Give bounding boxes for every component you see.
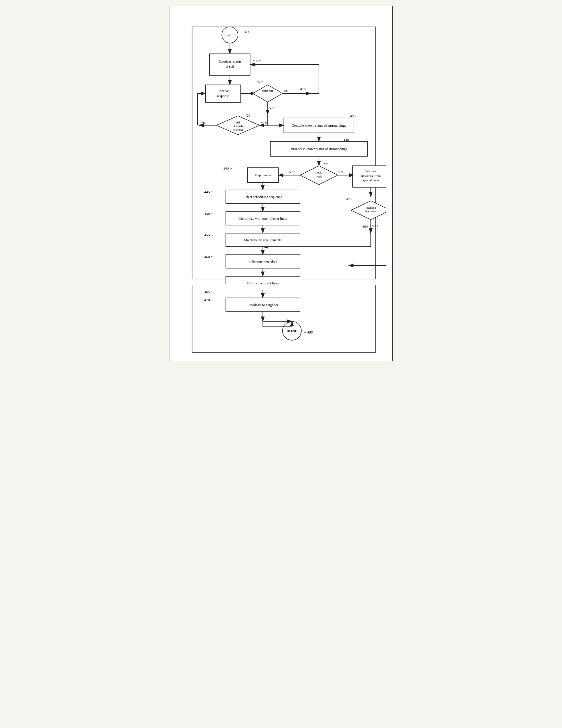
receive-response-node bbox=[205, 85, 240, 102]
match-traffic-id: 455 ~ bbox=[204, 233, 213, 237]
broadcast-known-id: 430 bbox=[343, 137, 349, 142]
map-cluster-label: Map cluster bbox=[254, 173, 271, 177]
included-cluster-yes-label: YES bbox=[372, 224, 378, 228]
all-channels-label-1: All bbox=[236, 121, 240, 124]
special-node-no-label: NO bbox=[338, 170, 343, 174]
timeout-yes-label: YES bbox=[269, 106, 275, 110]
compile-known-id: 425 bbox=[350, 114, 356, 118]
timeout-node bbox=[252, 85, 282, 102]
startup-id: 400 bbox=[244, 30, 250, 34]
broadcast-neighbor-id: 470 ~ bbox=[204, 298, 213, 302]
all-channels-yes-label: YES bbox=[261, 121, 267, 125]
included-cluster-label-1: included bbox=[366, 206, 376, 209]
wait-broadcast-label-2: Broadcast from bbox=[361, 174, 381, 177]
broadcast-self-label-2: of self bbox=[225, 65, 234, 69]
special-node-id: 435 bbox=[323, 161, 329, 166]
map-cluster-id: 440 ~ bbox=[223, 166, 232, 171]
substitute-time-id: 460 ~ bbox=[204, 255, 213, 259]
coordinate-id: 450 ~ bbox=[204, 212, 213, 216]
timeout-no-label: NO bbox=[284, 89, 288, 92]
flowchart-svg: Startup 400 Broadcast status of self ~ 4… bbox=[176, 12, 386, 284]
all-channels-label-2: channels bbox=[232, 125, 243, 128]
special-node-label-2: node bbox=[316, 175, 322, 178]
substitute-time-label: Substitute time slots bbox=[248, 260, 277, 264]
included-cluster-id: 475 bbox=[346, 197, 352, 201]
done-id: ~ 485 bbox=[304, 330, 313, 334]
all-channels-id: 420 bbox=[244, 113, 250, 117]
label-415: 415 bbox=[300, 87, 306, 91]
broadcast-known-label: Broadcast known status of surroundings bbox=[291, 147, 347, 151]
compile-known-label: Compile known status of surroundings bbox=[292, 123, 346, 127]
wait-broadcast-label-1: Wait for bbox=[365, 169, 376, 173]
receive-response-label-1: Receive bbox=[217, 89, 229, 93]
special-node-label-1: special bbox=[314, 171, 323, 174]
broadcast-self-id: ~ 405 bbox=[252, 59, 261, 63]
flowchart-page: Startup 400 Broadcast status of self ~ 4… bbox=[170, 6, 393, 361]
select-scheduling-label: Select scheduling sequence bbox=[243, 195, 282, 199]
timeout-id: 410 bbox=[257, 79, 262, 84]
match-traffic-label: Match traffic requirements bbox=[244, 238, 282, 242]
receive-response-label-2: response bbox=[217, 94, 229, 98]
timeout-label: timeout bbox=[262, 89, 273, 93]
coordinate-label: Coordinate with inter-cluster links bbox=[238, 217, 287, 221]
svg-rect-22 bbox=[192, 285, 376, 352]
fill-concurrent-label: Fill in concurrent links bbox=[246, 281, 278, 284]
all-channels-no-label: NO bbox=[201, 121, 206, 125]
label-480: 480 bbox=[362, 224, 368, 229]
fill-concurrent-id: 465 ~ bbox=[204, 290, 213, 294]
startup-label: Startup bbox=[224, 33, 235, 37]
flowchart-svg-2: 465 ~ Broadcast to neighbor 470 ~ DONE ~… bbox=[176, 285, 386, 355]
wait-broadcast-label-3: special node bbox=[363, 178, 379, 182]
included-cluster-label-2: in cluster bbox=[365, 210, 376, 213]
all-channels-label-3: scanned bbox=[233, 128, 243, 131]
broadcast-neighbor-label: Broadcast to neighbor bbox=[247, 303, 278, 307]
special-node-yes-label: YES bbox=[289, 170, 295, 174]
done-label: DONE bbox=[286, 329, 297, 333]
broadcast-self-label-1: Broadcast status bbox=[218, 59, 241, 63]
select-scheduling-id: 445 ~ bbox=[204, 190, 213, 194]
